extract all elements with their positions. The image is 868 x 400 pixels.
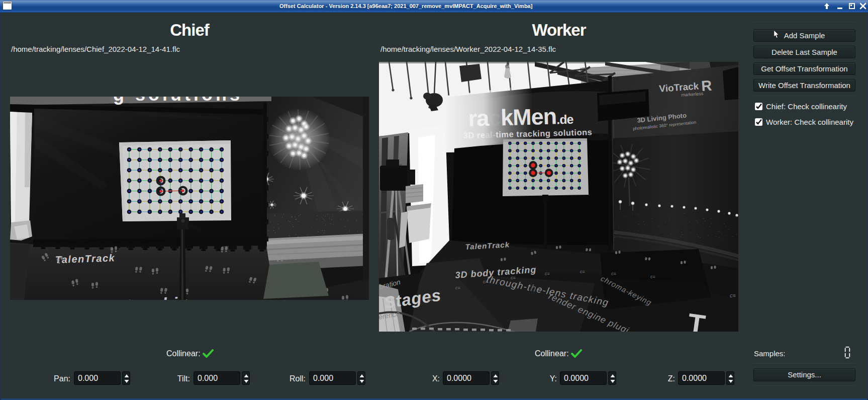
svg-text:TalenTrack: TalenTrack (55, 252, 115, 265)
svg-text:c≡: c≡ (483, 279, 488, 284)
svg-text:g solutions: g solutions (113, 97, 243, 105)
svg-text:c≡: c≡ (545, 271, 550, 276)
svg-text:c≡: c≡ (611, 271, 616, 276)
svg-text:c≡: c≡ (650, 274, 655, 279)
svg-text:c≡: c≡ (455, 285, 460, 290)
svg-text:c≡: c≡ (427, 297, 432, 302)
svg-text:c≡: c≡ (730, 292, 736, 298)
svg-text:c≡: c≡ (580, 269, 585, 274)
svg-text:c≡: c≡ (511, 275, 516, 280)
